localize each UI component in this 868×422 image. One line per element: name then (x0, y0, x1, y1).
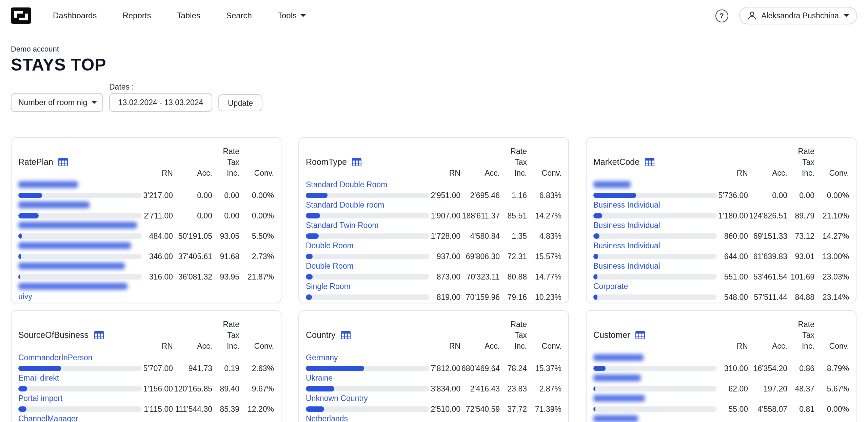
row-link[interactable]: uivy (18, 292, 32, 301)
row-link[interactable]: Double Room (306, 241, 354, 250)
bar-cell (18, 274, 143, 279)
value-rn: 1'728.00 (431, 232, 460, 240)
nav-item-tables[interactable]: Tables (177, 11, 200, 20)
bar-fill (593, 406, 595, 411)
value-rate-tax-inc: 0.00 (224, 211, 239, 219)
row-link[interactable]: Standard Double Room (306, 180, 387, 189)
col-header-conv: Conv. (829, 169, 849, 177)
table-icon[interactable] (352, 158, 362, 166)
panel-header: MarketCode Rate Tax RN Acc. Inc. (593, 146, 849, 178)
value-rn: 484.00 (149, 232, 173, 240)
panel-header: SourceOfBusiness Rate Tax RN Acc. In (18, 319, 274, 351)
user-menu[interactable]: Aleksandra Pushchina (739, 7, 857, 24)
row-label-line (18, 180, 274, 190)
value-rn: 1'156.00 (143, 384, 173, 392)
nav-item-label: Tools (278, 11, 297, 20)
row-label-line: ChannelManager (18, 414, 274, 422)
panel-rows: 3'217.000.000.000.00%2'711.000.000.000.0… (18, 180, 274, 303)
row-values: 1'728.004'580.841.354.83% (306, 231, 561, 241)
bar-track (593, 192, 717, 198)
col-header-tax: Tax (515, 158, 527, 166)
row-link[interactable]: Standard Double room (306, 200, 384, 210)
value-acc: 0.00 (197, 211, 212, 219)
bar-fill (18, 386, 27, 391)
value-rate-tax-inc: 85.39 (220, 405, 239, 413)
bar-cell (593, 294, 718, 300)
brand-logo[interactable] (11, 7, 31, 24)
row-link[interactable]: Unknown Country (306, 394, 368, 403)
bar-track (18, 233, 142, 238)
redacted-link[interactable] (18, 202, 90, 208)
table-icon[interactable] (341, 331, 351, 339)
bar-fill (306, 386, 334, 391)
bar-track (18, 386, 142, 391)
redacted-link[interactable] (593, 354, 644, 361)
row-link[interactable]: Business Individual (593, 220, 660, 230)
row-link[interactable]: Business Individual (593, 261, 660, 271)
panel-roomtype: RoomType Rate Tax RN Acc. Inc. (298, 137, 569, 303)
nav-item-dashboards[interactable]: Dashboards (53, 11, 97, 20)
col-header-rate: Rate (510, 320, 527, 328)
value-conv: 6.83% (539, 191, 561, 199)
value-rn: 1'907.00 (431, 211, 460, 219)
bar-fill (306, 406, 324, 411)
metric-select[interactable]: Number of room nights (11, 93, 103, 112)
row-link[interactable]: CommanderInPerson (18, 353, 93, 362)
row-label-line: Business Individual (593, 241, 849, 251)
bar-fill (18, 233, 22, 238)
chevron-down-icon (844, 14, 849, 17)
nav-item-tools[interactable]: Tools (278, 11, 306, 20)
metric-select-wrap: Number of room nights (11, 93, 103, 112)
redacted-link[interactable] (593, 181, 631, 188)
row-link[interactable]: Business Individual (593, 241, 660, 250)
table-icon[interactable] (94, 331, 103, 339)
value-rate-tax-inc: 89.79 (795, 211, 814, 219)
nav-item-search[interactable]: Search (226, 11, 252, 20)
row-link[interactable]: Netherlands (306, 414, 348, 422)
table-icon[interactable] (635, 331, 645, 339)
value-rn: 644.00 (724, 252, 748, 260)
row-label-line (593, 353, 849, 363)
redacted-link[interactable] (18, 242, 131, 249)
bar-track (18, 406, 142, 411)
row-link[interactable]: Portal import (18, 394, 62, 403)
col-header-rn: RN (737, 342, 748, 350)
nav-item-label: Dashboards (53, 11, 97, 20)
row-link[interactable]: Email direkt (18, 373, 59, 383)
table-icon[interactable] (59, 158, 68, 166)
redacted-link[interactable] (593, 415, 638, 422)
bar-track (306, 274, 429, 279)
table-icon[interactable] (645, 158, 654, 166)
redacted-link[interactable] (18, 263, 125, 269)
value-acc: 53'461.54 (753, 272, 787, 281)
row-link[interactable]: Business Individual (593, 200, 660, 210)
row-link[interactable]: Standard Twin Room (306, 220, 378, 230)
row-link[interactable]: Germany (306, 353, 338, 362)
redacted-link[interactable] (18, 283, 127, 290)
redacted-link[interactable] (18, 181, 78, 188)
value-acc: 120'165.85 (174, 384, 212, 392)
redacted-link[interactable] (593, 395, 645, 402)
bar-track (593, 406, 717, 411)
help-icon[interactable]: ? (715, 9, 728, 22)
update-button[interactable]: Update (218, 94, 262, 111)
row-link[interactable]: Single Room (306, 282, 351, 291)
redacted-link[interactable] (18, 222, 137, 229)
redacted-link[interactable] (593, 375, 641, 381)
bar-fill (593, 386, 595, 391)
col-header-conv: Conv. (829, 342, 849, 350)
dates-input[interactable] (109, 93, 212, 112)
row-link[interactable]: ChannelManager (18, 414, 78, 422)
panel-header: RatePlan Rate Tax RN Acc. Inc. (18, 146, 274, 178)
row-values: 2'510.0072'540.5937.7271.39% (306, 404, 561, 414)
value-rate-tax-inc: 85.51 (507, 211, 527, 219)
bar-track (18, 253, 142, 259)
row-link[interactable]: Ukraine (306, 373, 333, 383)
row-link[interactable]: Corporate (593, 282, 628, 291)
row-link[interactable]: Double Room (306, 261, 354, 271)
value-acc: 70'323.11 (466, 272, 500, 281)
row-values: 3'217.000.000.000.00% (18, 190, 274, 200)
nav-item-reports[interactable]: Reports (122, 11, 151, 20)
row-label-line (593, 394, 849, 404)
bar-track (593, 213, 717, 218)
